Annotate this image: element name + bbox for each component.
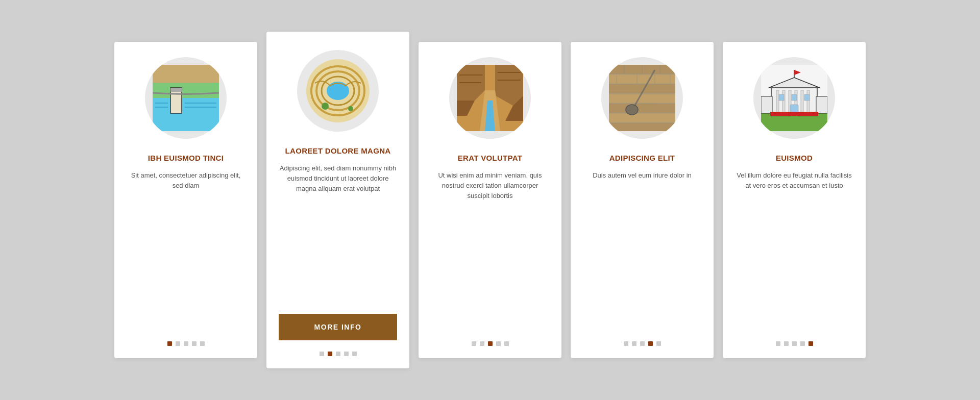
card-1-dots — [167, 341, 205, 346]
dot-5-1 — [776, 341, 780, 346]
card-5-text: Vel illum dolore eu feugiat nulla facili… — [735, 170, 853, 331]
svg-rect-2 — [153, 65, 219, 83]
svg-rect-60 — [761, 96, 772, 113]
dot-1-4 — [192, 341, 197, 346]
dot-2-5 — [352, 352, 357, 356]
dot-5-5 — [808, 341, 813, 346]
svg-rect-1 — [153, 80, 219, 98]
card-2-title: LAOREET DOLORE MAGNA — [285, 146, 391, 156]
svg-rect-32 — [609, 104, 675, 113]
dot-4-2 — [632, 341, 636, 346]
dot-3-2 — [480, 341, 484, 346]
dot-2-3 — [336, 352, 340, 356]
svg-point-13 — [327, 82, 349, 100]
svg-rect-31 — [609, 94, 675, 103]
svg-rect-47 — [776, 90, 779, 113]
card-5-dots — [776, 341, 813, 346]
dot-4-4 — [648, 341, 653, 346]
svg-point-15 — [348, 106, 353, 111]
more-info-button[interactable]: MORE INFO — [279, 314, 397, 340]
svg-rect-56 — [804, 94, 810, 101]
card-2-text: Adipiscing elit, sed diam nonummy nibh e… — [279, 163, 397, 304]
card-2: LAOREET DOLORE MAGNA Adipiscing elit, se… — [266, 32, 409, 368]
card-1: IBH EUISMOD TINCI Sit amet, consectetuer… — [114, 42, 257, 358]
svg-rect-29 — [609, 74, 675, 84]
card-2-dots — [320, 352, 357, 356]
svg-point-14 — [322, 103, 329, 110]
svg-point-43 — [626, 105, 638, 115]
card-4-text: Duis autem vel eum iriure dolor in — [593, 170, 692, 331]
dot-1-5 — [200, 341, 205, 346]
dot-2-2 — [328, 352, 332, 356]
card-5-image — [753, 57, 835, 139]
card-3-title: ERAT VOLUTPAT — [458, 153, 522, 163]
card-4-image — [601, 57, 683, 139]
dot-4-5 — [656, 341, 661, 346]
card-2-image — [297, 50, 379, 132]
card-4: ADIPISCING ELIT Duis autem vel eum iriur… — [571, 42, 714, 358]
cards-container: IBH EUISMOD TINCI Sit amet, consectetuer… — [99, 16, 881, 384]
card-1-text: Sit amet, consectetuer adipiscing elit, … — [127, 170, 245, 331]
dot-2-4 — [344, 352, 349, 356]
dot-5-4 — [800, 341, 805, 346]
svg-rect-34 — [609, 123, 675, 131]
dot-1-2 — [176, 341, 180, 346]
svg-rect-52 — [807, 90, 810, 113]
dot-2-1 — [320, 352, 324, 356]
svg-rect-33 — [609, 113, 675, 122]
card-3-text: Ut wisi enim ad minim veniam, quis nostr… — [431, 170, 549, 331]
svg-rect-54 — [779, 94, 784, 101]
card-3-image — [449, 57, 531, 139]
dot-4-3 — [640, 341, 645, 346]
card-5: EUISMOD Vel illum dolore eu feugiat null… — [723, 42, 866, 358]
dot-5-2 — [784, 341, 789, 346]
svg-rect-61 — [816, 96, 827, 113]
svg-rect-4 — [170, 88, 182, 92]
svg-rect-62 — [770, 112, 818, 116]
card-3: ERAT VOLUTPAT Ut wisi enim ad minim veni… — [419, 42, 561, 358]
card-1-image — [145, 57, 227, 139]
card-1-title: IBH EUISMOD TINCI — [148, 153, 224, 163]
svg-rect-51 — [801, 90, 803, 113]
card-4-dots — [624, 341, 661, 346]
dot-3-5 — [504, 341, 509, 346]
dot-3-3 — [488, 341, 493, 346]
svg-rect-0 — [153, 95, 219, 131]
svg-rect-48 — [782, 90, 785, 113]
svg-rect-55 — [792, 94, 797, 101]
dot-3-1 — [472, 341, 476, 346]
dot-1-1 — [167, 341, 172, 346]
card-3-dots — [472, 341, 509, 346]
dot-5-3 — [792, 341, 797, 346]
dot-3-4 — [496, 341, 501, 346]
card-4-title: ADIPISCING ELIT — [609, 153, 675, 163]
dot-1-3 — [184, 341, 188, 346]
dot-4-1 — [624, 341, 628, 346]
card-5-title: EUISMOD — [776, 153, 813, 163]
